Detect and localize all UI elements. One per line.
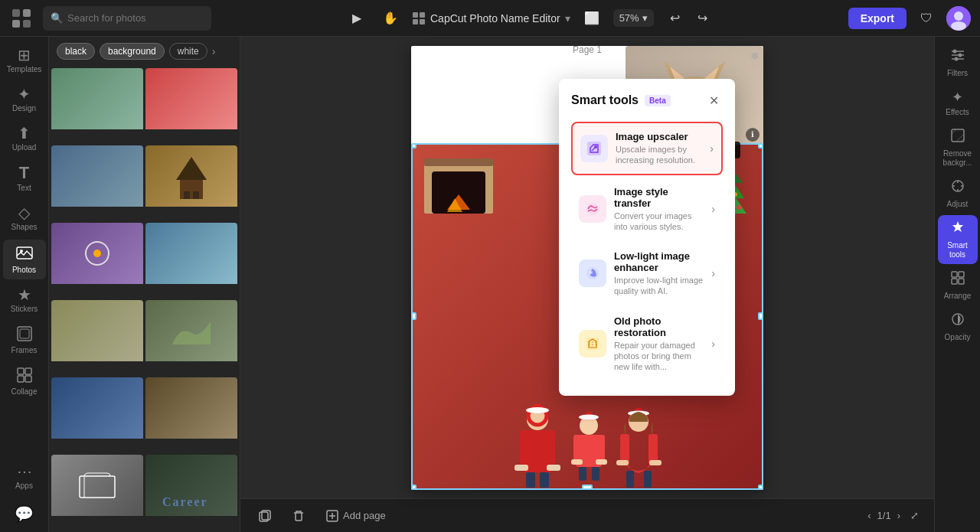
tool-item-restoration[interactable]: Old photo restoration Repair your damage… (571, 308, 723, 380)
panel-title: Smart tools Beta (571, 93, 671, 107)
svg-rect-74 (596, 435, 605, 462)
right-item-smart-tools[interactable]: Smart tools (938, 215, 978, 264)
project-name[interactable]: CapCut Photo Name Editor ▾ (412, 11, 570, 25)
sidebar-item-chat[interactable]: 💬 (3, 501, 46, 526)
right-sidebar: Filters ✦ Effects Remove backgr... Adjus… (934, 37, 980, 532)
page-nav-prev[interactable]: ‹ (867, 510, 871, 521)
stickers-icon: ★ (18, 287, 31, 302)
right-item-arrange[interactable]: Arrange (938, 266, 978, 305)
project-icon (412, 11, 426, 25)
tool-item-lowlight[interactable]: Low-light image enhancer Improve low-lig… (571, 243, 723, 305)
canvas-content: ℹ Image upscaler (240, 37, 934, 498)
svg-rect-81 (571, 459, 583, 465)
upload-icon: ⬆ (18, 126, 31, 141)
selection-handle-br[interactable] (758, 485, 763, 490)
topbar-right: Export 🛡 (848, 6, 971, 31)
selection-handle-bl[interactable] (411, 485, 416, 490)
svg-rect-121 (959, 272, 964, 277)
tool-arrow-restoration: › (711, 338, 715, 350)
selection-handle-tr[interactable] (758, 143, 763, 149)
restoration-icon (579, 330, 606, 357)
photo-item[interactable]: Career (145, 455, 237, 530)
add-page-btn[interactable]: Add page (320, 507, 392, 525)
svg-rect-22 (193, 191, 199, 199)
avatar[interactable] (946, 6, 971, 31)
sidebar-item-templates[interactable]: ⊞ Templates (3, 43, 46, 79)
photo-item[interactable] (51, 223, 143, 298)
tag-black[interactable]: black (57, 43, 95, 60)
layout-tool-btn[interactable]: ⬜ (580, 6, 604, 31)
tag-white[interactable]: white (169, 43, 207, 60)
sidebar-item-apps[interactable]: ⋯ Apps (3, 459, 46, 495)
family-figures (511, 404, 664, 488)
more-tags-btn[interactable]: › (212, 45, 216, 57)
duplicate-page-btn[interactable] (253, 507, 277, 525)
search-bar[interactable]: 🔍 (43, 6, 211, 31)
main-layout: ⊞ Templates ✦ Design ⬆ Upload T Text ◇ S… (0, 37, 980, 532)
svg-rect-4 (413, 12, 418, 18)
photos-icon (16, 244, 33, 263)
undo-btn[interactable]: ↩ (663, 6, 688, 31)
text-icon: T (19, 165, 29, 181)
sidebar-item-collage[interactable]: Collage (3, 363, 46, 401)
selection-handle-bm[interactable] (582, 485, 593, 490)
photo-item[interactable] (145, 377, 237, 452)
photo-item[interactable] (51, 455, 143, 530)
selection-handle-tl[interactable] (411, 143, 416, 149)
close-panel-btn[interactable]: ✕ (704, 91, 723, 109)
page-nav-next[interactable]: › (897, 510, 900, 521)
delete-page-btn[interactable] (286, 507, 311, 525)
photo-item[interactable] (51, 145, 143, 220)
smart-tools-panel: Smart tools Beta ✕ Image upscaler Upscal… (559, 79, 735, 396)
canvas-area: Page 1 (240, 37, 934, 532)
right-item-filters[interactable]: Filters (938, 43, 978, 83)
selection-handle-rm[interactable] (758, 312, 763, 320)
adjust-icon (950, 178, 965, 197)
right-item-effects[interactable]: ✦ Effects (938, 84, 978, 122)
selection-handle-lm[interactable] (411, 312, 416, 320)
zoom-control[interactable]: 57% ▾ (613, 9, 654, 27)
photo-item[interactable] (51, 300, 143, 375)
right-item-adjust[interactable]: Adjust (938, 174, 978, 214)
svg-rect-5 (420, 12, 425, 18)
sidebar-item-photos[interactable]: Photos (3, 240, 46, 279)
canvas-decoration: ❄ (750, 50, 760, 62)
sidebar-item-design[interactable]: ✦ Design (3, 82, 46, 118)
export-button[interactable]: Export (848, 8, 906, 29)
right-item-opacity[interactable]: Opacity (938, 307, 978, 347)
photo-item[interactable] (51, 68, 143, 143)
photo-item[interactable] (145, 300, 237, 375)
undo-redo-group: ↩ ↪ (663, 6, 715, 31)
hand-tool-btn[interactable]: ✋ (378, 6, 403, 31)
shield-icon[interactable]: 🛡 (914, 6, 939, 31)
play-tool-btn[interactable]: ▶ (345, 6, 369, 31)
sidebar-item-shapes[interactable]: ◇ Shapes (3, 201, 46, 237)
tool-item-style-transfer[interactable]: Image style transfer Convert your images… (571, 178, 723, 240)
sidebar-item-stickers[interactable]: ★ Stickers (3, 282, 46, 318)
svg-rect-88 (616, 460, 629, 465)
sidebar-item-upload[interactable]: ⬆ Upload (3, 121, 46, 157)
svg-rect-76 (592, 467, 599, 481)
app-logo[interactable] (9, 6, 34, 31)
photo-item[interactable] (51, 377, 143, 452)
fireplace (420, 152, 497, 214)
chat-icon: 💬 (15, 506, 34, 521)
sidebar-item-frames[interactable]: Frames (3, 321, 46, 360)
photo-item[interactable] (145, 223, 237, 298)
sidebar-item-text[interactable]: T Text (3, 160, 46, 197)
arrange-icon (950, 270, 965, 289)
tool-item-upscaler[interactable]: Image upscaler Upscale images by increas… (571, 122, 723, 175)
apps-icon: ⋯ (17, 464, 32, 479)
photo-item[interactable] (145, 145, 237, 220)
redo-btn[interactable]: ↪ (691, 6, 715, 31)
fullscreen-btn[interactable]: ⤢ (906, 508, 922, 524)
tag-background[interactable]: background (100, 43, 165, 60)
right-item-remove-bg[interactable]: Remove backgr... (938, 123, 978, 172)
tool-info-lowlight: Low-light image enhancer Improve low-lig… (614, 250, 704, 297)
photo-item[interactable] (145, 68, 237, 143)
svg-point-9 (954, 11, 963, 21)
search-input[interactable] (67, 12, 204, 24)
image-info-btn[interactable]: ℹ (746, 128, 760, 142)
design-icon: ✦ (18, 86, 31, 102)
svg-rect-123 (959, 279, 964, 284)
